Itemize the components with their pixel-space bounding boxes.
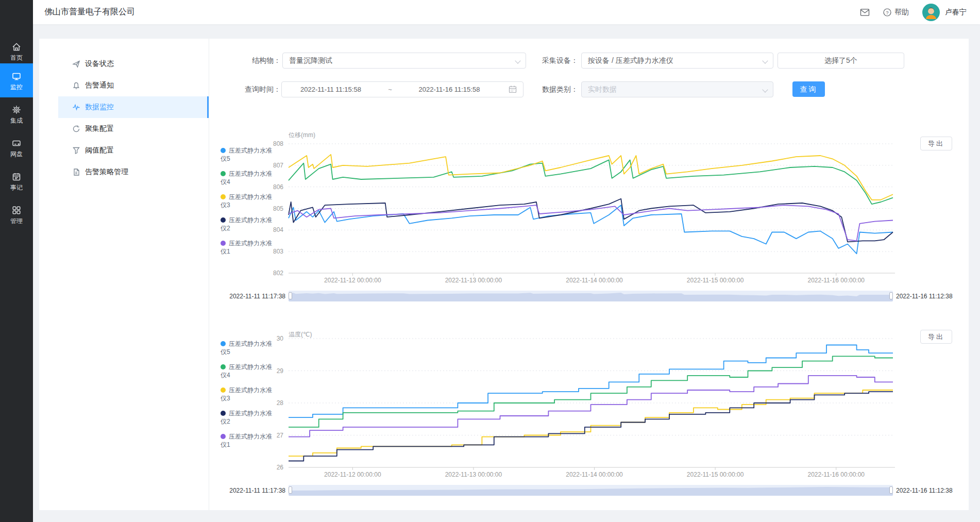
time-range-slider[interactable] — [289, 291, 893, 301]
slider-data-shadow — [289, 291, 893, 301]
sidebar-item-alarm-notice[interactable]: 告警通知 — [58, 75, 209, 96]
rail-item-manage[interactable]: 管理 — [0, 199, 33, 229]
x-tick-label: 2022-11-14 00:00:00 — [566, 277, 623, 284]
chevron-down-icon — [515, 58, 520, 63]
category-value: 实时数据 — [588, 85, 617, 94]
time-range-slider[interactable] — [289, 485, 893, 496]
question-icon: ? — [883, 8, 891, 16]
y-tick-label: 803 — [273, 248, 283, 255]
slider-handle-right[interactable] — [889, 292, 893, 299]
signal-icon — [72, 60, 80, 68]
slider-start-time: 2022-11-11 11:17:38 — [222, 293, 285, 300]
sidebar-item-data-monitor[interactable]: 数据监控 — [58, 96, 209, 118]
mail-icon[interactable] — [860, 8, 870, 16]
rail-item-label: 网盘 — [10, 151, 23, 157]
structure-select[interactable]: 普量沉降测试 — [282, 53, 526, 69]
rail-item-netdisk[interactable]: 网盘 — [0, 132, 33, 162]
rail-item-label: 首页 — [10, 55, 23, 61]
rail-item-label: 管理 — [10, 218, 23, 224]
rail-item-home[interactable]: 首页 — [0, 36, 33, 66]
series-line — [289, 205, 893, 254]
sidebar-item-label: 告警通知 — [85, 81, 114, 90]
bell-icon — [72, 81, 80, 90]
y-tick-label: 806 — [273, 183, 283, 191]
y-tick-label: 802 — [273, 270, 283, 277]
y-tick-label: 28 — [277, 399, 284, 407]
time-from[interactable]: 2022-11-11 11:15:58 — [282, 86, 380, 93]
doc-icon — [72, 168, 80, 176]
time-label: 查询时间： — [214, 81, 281, 97]
side-menu: 设备状态告警通知数据监控聚集配置阈值配置告警策略管理 — [39, 53, 209, 183]
refresh-icon — [72, 125, 80, 133]
sidebar-item-alarm-strategy[interactable]: 告警策略管理 — [58, 161, 209, 183]
export-button[interactable]: 导出 — [920, 330, 952, 344]
drive-icon — [11, 138, 22, 148]
grid-icon — [11, 205, 22, 215]
pulse-icon — [72, 103, 80, 111]
rail-item-label: 集成 — [10, 117, 23, 124]
sidebar-item-label: 聚集配置 — [85, 124, 114, 133]
slider-handle-right[interactable] — [889, 486, 893, 494]
y-tick-label: 804 — [273, 226, 283, 233]
time-tilde: ~ — [380, 86, 400, 93]
device-value: 按设备 / 压差式静力水准仪 — [588, 56, 673, 65]
category-label: 数据类别： — [529, 81, 578, 97]
x-tick-label: 2022-11-13 00:00:00 — [445, 471, 502, 478]
series-line — [289, 155, 893, 200]
chart-title: 温度(℃) — [289, 331, 312, 338]
y-tick-label: 30 — [277, 335, 284, 342]
slider-end-time: 2022-11-16 11:12:38 — [896, 487, 953, 494]
sidebar-item-label: 设备状态 — [85, 59, 114, 69]
y-tick-label: 808 — [273, 140, 283, 147]
sidebar-item-threshold-config[interactable]: 阈值配置 — [58, 140, 209, 161]
rail-item-integration[interactable]: 集成 — [0, 99, 33, 129]
y-tick-label: 805 — [273, 205, 283, 212]
sidebar-item-aggregation-config[interactable]: 聚集配置 — [58, 118, 209, 140]
selected-devices-button[interactable]: 选择了5个 — [778, 53, 904, 69]
slider-silhouette — [289, 487, 893, 496]
y-tick-label: 807 — [273, 162, 283, 169]
slider-start-time: 2022-11-11 11:17:38 — [222, 487, 285, 494]
company-title: 佛山市普量电子有限公司 — [44, 7, 135, 18]
top-bar: 佛山市普量电子有限公司 ? 帮助 卢春宁 — [33, 0, 980, 24]
left-rail: 首页监控集成网盘事记管理 — [0, 0, 33, 522]
calendar-icon — [11, 172, 22, 182]
chevron-down-icon — [762, 87, 768, 92]
x-tick-label: 2022-11-13 00:00:00 — [445, 277, 502, 284]
category-select[interactable]: 实时数据 — [581, 81, 773, 97]
time-range-input[interactable]: 2022-11-11 11:15:58 ~ 2022-11-16 11:15:5… — [281, 81, 523, 97]
main-panel: 设备状态告警通知数据监控聚集配置阈值配置告警策略管理 结构物： 普量沉降测试 采… — [39, 39, 969, 510]
series-line — [289, 356, 893, 427]
avatar[interactable] — [922, 4, 940, 21]
slider-handle-left[interactable] — [289, 486, 292, 494]
home-icon — [11, 42, 22, 52]
funnel-icon — [72, 146, 80, 155]
x-tick-label: 2022-11-12 00:00:00 — [324, 277, 381, 284]
y-tick-label: 29 — [277, 367, 284, 375]
query-button[interactable]: 查询 — [792, 81, 825, 97]
export-button[interactable]: 导出 — [920, 137, 952, 150]
series-line — [289, 160, 893, 204]
x-tick-label: 2022-11-15 00:00:00 — [687, 471, 744, 478]
sidebar-item-device-status[interactable]: 设备状态 — [58, 53, 209, 75]
slider-handle-left[interactable] — [289, 292, 292, 299]
rail-item-notes[interactable]: 事记 — [0, 166, 33, 196]
chart-displacement: 位移(mm)8088078068058048038022022-11-12 00… — [215, 112, 905, 288]
slider-end-time: 2022-11-16 11:12:38 — [896, 293, 953, 300]
x-tick-label: 2022-11-15 00:00:00 — [687, 277, 744, 284]
x-tick-label: 2022-11-12 00:00:00 — [324, 471, 381, 478]
help-button[interactable]: ? 帮助 — [883, 8, 909, 17]
time-to[interactable]: 2022-11-16 11:15:58 — [400, 86, 498, 93]
x-tick-label: 2022-11-14 00:00:00 — [566, 471, 623, 478]
help-label: 帮助 — [894, 8, 909, 17]
structure-label: 结构物： — [214, 53, 281, 69]
username: 卢春宁 — [945, 8, 967, 17]
svg-text:?: ? — [886, 9, 888, 15]
gear-icon — [11, 105, 22, 115]
structure-value: 普量沉降测试 — [289, 56, 332, 65]
x-tick-label: 2022-11-16 00:00:00 — [807, 277, 865, 284]
rail-item-monitor[interactable]: 监控 — [0, 63, 33, 97]
calendar-icon — [509, 85, 517, 93]
device-select[interactable]: 按设备 / 压差式静力水准仪 — [581, 53, 773, 69]
sidebar-item-label: 告警策略管理 — [85, 167, 128, 177]
